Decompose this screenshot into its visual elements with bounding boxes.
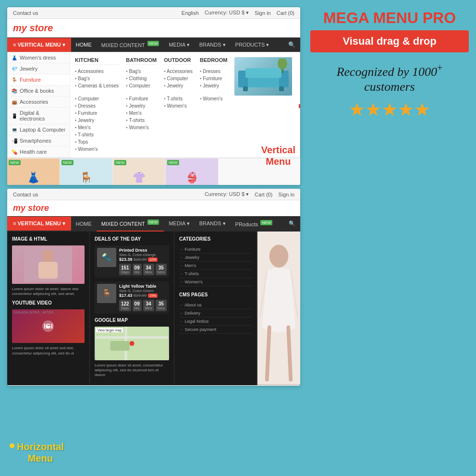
- cms-pages-title: CMS PAGES: [179, 292, 252, 297]
- cat-furniture[interactable]: Funiture: [179, 245, 252, 254]
- image-html-title: IMAGE & HTML: [12, 236, 85, 242]
- google-map-box[interactable]: View larger map: [95, 327, 169, 360]
- bathroom-clothing[interactable]: Clothing: [126, 75, 157, 82]
- bathroom-womens[interactable]: Women's: [126, 124, 157, 131]
- nav-search-icon[interactable]: 🔍: [283, 37, 300, 52]
- kitchen-tops[interactable]: Tops: [75, 138, 119, 146]
- bedroom-womens[interactable]: Women's: [200, 95, 227, 102]
- deal-size-2: Size-S, Color-Green: [119, 289, 167, 293]
- bottom-nav-media[interactable]: MEDIA ▾: [164, 217, 194, 231]
- product-thumb-3[interactable]: NEW 👚: [113, 159, 166, 185]
- cat-womens[interactable]: Women's: [179, 278, 252, 286]
- cart-link[interactable]: Cart (0): [277, 10, 294, 16]
- bathroom-tshirts[interactable]: T-shirts: [126, 117, 157, 124]
- deal-size-1: Size-S, Color-Orange: [119, 253, 167, 257]
- svg-rect-4: [243, 86, 248, 91]
- bottom-nav-search[interactable]: 🔍: [284, 217, 300, 231]
- nav-brands[interactable]: BRANDS ▾: [195, 38, 231, 52]
- product-thumb-4[interactable]: NEW 👙: [166, 159, 219, 185]
- deal-item-2[interactable]: 🪑 Light Yellow Table Size-S, Color-Green…: [95, 281, 169, 314]
- kitchen-mens[interactable]: Men's: [75, 124, 119, 131]
- kitchen-dresses[interactable]: Dresses: [75, 102, 119, 110]
- store-logo[interactable]: my store: [7, 19, 300, 37]
- bottom-nav-mixed[interactable]: MIXED CONTENT NEW: [97, 216, 164, 232]
- sidebar-health[interactable]: 💊 Health care: [8, 146, 70, 158]
- cms-delivery[interactable]: Delivery: [179, 309, 252, 317]
- left-area: Contact us English Currency: USD $ ▾ Sig…: [0, 0, 307, 476]
- dropdown-furniture-image: [234, 57, 292, 96]
- bottom-nav-products[interactable]: PRoducts NEW: [231, 217, 277, 231]
- deal-name-1: Printed Dress: [119, 248, 167, 253]
- signin-link[interactable]: Sign in: [255, 10, 271, 16]
- new-badge-1: NEW: [9, 160, 21, 165]
- bottom-cart[interactable]: Cart (0): [255, 192, 272, 197]
- kitchen-cameras[interactable]: Cameras & Lenses: [75, 82, 119, 89]
- nav-mixed-content[interactable]: MIXED CONTENT NEW: [97, 37, 164, 52]
- language-selector[interactable]: English: [182, 10, 199, 16]
- outdoor-tshirts[interactable]: T-shirts: [164, 95, 193, 102]
- google-map-title: GOOGLE MAP: [95, 317, 169, 323]
- cat-mens[interactable]: Men's: [179, 262, 252, 270]
- sidebar-furniture[interactable]: 🪑 Furniture: [8, 74, 70, 85]
- deal-img-1: 🔦: [97, 248, 116, 267]
- bottom-nav-brands[interactable]: BRANDS ▾: [195, 217, 231, 231]
- currency-selector[interactable]: Currency: USD $ ▾: [205, 10, 249, 16]
- cat-jewelry[interactable]: Jewelry: [179, 254, 252, 262]
- svg-point-9: [42, 249, 54, 263]
- youtube-video-box[interactable]: FASHION INTRO - AFTER ... IGI ▶: [12, 309, 85, 343]
- sidebar-womens-dress[interactable]: 👗 Women's dress: [8, 52, 70, 63]
- bathroom-mens[interactable]: Men's: [126, 110, 157, 117]
- bedroom-dresses[interactable]: Dresses: [200, 68, 227, 75]
- bathroom-computer[interactable]: Computer: [126, 82, 157, 89]
- kitchen-computer[interactable]: Computer: [75, 95, 119, 102]
- nav-home[interactable]: HOME: [71, 38, 97, 51]
- youtube-lorem: Lorem ipsum dolor sit amet sed doe, cons…: [12, 346, 85, 356]
- youtube-title: YOUTUBE VIDEO: [12, 300, 85, 305]
- bottom-nav-home[interactable]: HOME: [71, 217, 97, 231]
- bottom-currency[interactable]: Currency: USD $ ▾: [205, 191, 249, 197]
- right-panel: MEGA MENU PRO Visual drag & drop Recogni…: [303, 0, 476, 476]
- categories-col: CATEGORIES Funiture Jewelry Men's T-shir…: [174, 232, 257, 385]
- outdoor-computer[interactable]: Computer: [164, 75, 193, 82]
- outdoor-accessories[interactable]: Accessories: [164, 68, 193, 75]
- sidebar-accessories[interactable]: 👜 Accessories: [8, 97, 70, 108]
- contact-label: Contact us: [13, 10, 38, 16]
- bathroom-jewelry[interactable]: Jewelry: [126, 102, 157, 110]
- map-view-larger[interactable]: View larger map: [96, 328, 123, 332]
- deal-item-1[interactable]: 🔦 Printed Dress Size-S, Color-Orange $23…: [95, 245, 169, 278]
- bottom-store-logo[interactable]: my store: [7, 200, 300, 216]
- cms-about-us[interactable]: About us: [179, 301, 252, 309]
- sidebar-jewelry[interactable]: 💎 Jewelry: [8, 63, 70, 74]
- bathroom-heading: BATHROOM: [126, 57, 157, 65]
- kitchen-jewelry[interactable]: Jewelry: [75, 117, 119, 124]
- bathroom-furniture[interactable]: Furniture: [126, 95, 157, 102]
- cat-tshirts[interactable]: T-shirts: [179, 270, 252, 278]
- bathroom-bags[interactable]: Bag's: [126, 68, 157, 75]
- kitchen-bags[interactable]: Bag's: [75, 75, 119, 82]
- kitchen-furniture[interactable]: Furniture: [75, 110, 119, 117]
- bedroom-jewelry[interactable]: Jewelry: [200, 82, 227, 89]
- nav-products[interactable]: PRODUCTS ▾: [231, 38, 274, 52]
- kitchen-tshirts[interactable]: T-shirts: [75, 131, 119, 138]
- cms-legal-notice[interactable]: Legal Notice: [179, 317, 252, 326]
- mega-menu-title: MEGA MENU PRO: [310, 10, 469, 26]
- outdoor-womens[interactable]: Women's: [164, 102, 193, 110]
- bedroom-furniture[interactable]: Furniture: [200, 75, 227, 82]
- vertical-menu-btn[interactable]: ≡ VERTICAL MENU ▾: [7, 38, 71, 52]
- bottom-vertical-menu-btn[interactable]: ≡ VERTICAL MENU ▾: [7, 217, 71, 231]
- sidebar-smartphones[interactable]: 📲 Smartphones: [8, 135, 70, 146]
- kitchen-accessories[interactable]: Accessories: [75, 68, 119, 75]
- kitchen-womens[interactable]: Women's: [75, 146, 119, 153]
- cms-secure-payment[interactable]: Secure payment: [179, 326, 252, 334]
- sidebar-office[interactable]: 📚 Office & books: [8, 85, 70, 97]
- nav-media[interactable]: MEDIA ▾: [164, 38, 194, 52]
- sidebar-digital[interactable]: 📱 Digital & electronics: [8, 108, 70, 124]
- product-thumb-1[interactable]: NEW 👗: [7, 159, 60, 185]
- new-badge-2: NEW: [61, 160, 73, 165]
- outdoor-jewelry[interactable]: Jewelry: [164, 82, 193, 89]
- product-thumb-2[interactable]: NEW 🪑: [60, 159, 113, 185]
- bottom-signin[interactable]: Sign in: [278, 192, 294, 197]
- sidebar-laptop[interactable]: 💻 Laptop & Computer: [8, 124, 70, 135]
- vertical-menu-dot: [299, 104, 300, 108]
- deal-price-1: $23.39 $25.99 10%: [119, 257, 167, 262]
